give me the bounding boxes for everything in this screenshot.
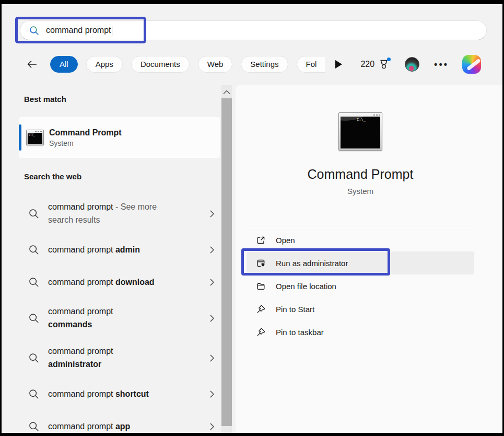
- best-match-heading: Best match: [19, 95, 66, 104]
- web-suggestion-row[interactable]: command prompt shortcut: [19, 378, 220, 410]
- folder-icon: [256, 281, 266, 291]
- rewards-points: 220: [360, 60, 374, 69]
- search-suggestion-icon: [28, 208, 40, 220]
- action-label: Pin to taskbar: [276, 328, 324, 337]
- filter-pill-settings[interactable]: Settings: [241, 56, 288, 73]
- filter-pill-all[interactable]: All: [50, 56, 78, 73]
- search-icon: [29, 25, 40, 36]
- filter-pill-apps[interactable]: Apps: [86, 56, 123, 73]
- divider: [247, 225, 474, 225]
- search-input[interactable]: command prompt: [20, 20, 487, 40]
- filter-bar: AllAppsDocumentsWebSettingsFol 220 •••: [0, 53, 504, 76]
- chevron-right-icon[interactable]: [207, 314, 217, 323]
- copilot-icon[interactable]: [462, 55, 481, 74]
- app-hero: C:\_ Command Prompt System: [236, 85, 485, 196]
- suggestion-text: command prompt - See moresearch results: [48, 201, 193, 227]
- chevron-right-icon[interactable]: [207, 278, 217, 287]
- search-suggestion-icon: [28, 244, 40, 256]
- action-open[interactable]: Open: [247, 228, 474, 251]
- pin-icon: [256, 327, 266, 337]
- web-suggestion-row[interactable]: command prompt download: [19, 266, 220, 299]
- suggestion-text: command prompt admin: [48, 244, 193, 257]
- action-label: Open file location: [276, 282, 336, 291]
- web-suggestion-row[interactable]: command prompt admin: [19, 234, 220, 266]
- context-actions-list: OpenRun as administratorOpen file locati…: [247, 228, 474, 343]
- text-caret: [112, 26, 113, 36]
- open-external-icon: [256, 235, 266, 245]
- search-web-heading: Search the web: [19, 172, 81, 181]
- action-label: Run as administrator: [276, 259, 348, 268]
- chevron-right-icon[interactable]: [207, 209, 217, 219]
- filter-pill-label: Fol: [297, 56, 325, 73]
- search-suggestion-icon: [28, 421, 40, 432]
- back-arrow-icon[interactable]: [25, 58, 40, 71]
- action-label: Open: [276, 236, 295, 245]
- run-as-admin-shield-icon: [256, 258, 266, 268]
- web-suggestion-row[interactable]: command prompt app: [19, 410, 220, 436]
- search-results-panel: Best match C:\_ Command Prompt System Se…: [19, 85, 220, 436]
- best-match-text: Command Prompt System: [49, 128, 122, 147]
- pin-icon: [256, 304, 266, 314]
- suggestion-text: command prompt app: [48, 420, 193, 433]
- chevron-right-icon[interactable]: [207, 353, 217, 363]
- search-suggestion-icon: [28, 388, 40, 400]
- top-right-cluster: 220 •••: [360, 55, 481, 74]
- filter-pills: AllAppsDocumentsWebSettingsFol: [50, 56, 325, 73]
- action-open-file-location[interactable]: Open file location: [247, 274, 474, 297]
- best-match-title: Command Prompt: [49, 128, 122, 137]
- filter-pill-web[interactable]: Web: [198, 56, 233, 73]
- web-suggestion-row[interactable]: command promptcommands: [19, 299, 220, 338]
- action-run-as-administrator[interactable]: Run as administrator: [247, 251, 474, 274]
- command-prompt-icon: C:\_: [26, 130, 44, 145]
- preview-panel: C:\_ Command Prompt System OpenRun as ad…: [236, 85, 502, 433]
- chevron-right-icon[interactable]: [207, 389, 217, 399]
- app-title: Command Prompt: [236, 167, 485, 182]
- search-suggestion-icon: [28, 352, 40, 364]
- best-match-subtitle: System: [49, 139, 122, 147]
- suggestion-text: command prompt download: [48, 276, 193, 289]
- command-prompt-icon-large: C:\_: [338, 112, 382, 151]
- action-pin-to-taskbar[interactable]: Pin to taskbar: [247, 320, 474, 343]
- more-filters-icon[interactable]: [335, 60, 342, 68]
- filter-pill-fol[interactable]: Fol: [297, 56, 325, 73]
- suggestion-text: command promptadministrator: [48, 345, 193, 371]
- search-suggestion-icon: [28, 313, 40, 324]
- suggestion-text: command promptcommands: [48, 305, 193, 331]
- chevron-right-icon[interactable]: [207, 245, 217, 255]
- web-suggestion-row[interactable]: command promptadministrator: [19, 338, 220, 378]
- search-suggestion-icon: [28, 277, 40, 288]
- search-query-text: command prompt: [46, 26, 111, 35]
- scrollbar-up-icon[interactable]: [221, 85, 232, 98]
- action-pin-to-start[interactable]: Pin to Start: [247, 297, 474, 320]
- rewards-trophy-icon: [378, 58, 390, 71]
- chevron-right-icon[interactable]: [207, 422, 217, 431]
- action-label: Pin to Start: [276, 305, 314, 314]
- user-avatar[interactable]: [405, 57, 419, 72]
- scrollbar[interactable]: [221, 85, 232, 433]
- suggestion-text: command prompt shortcut: [48, 388, 193, 401]
- selection-accent-bar: [19, 124, 21, 151]
- best-match-item[interactable]: C:\_ Command Prompt System: [19, 117, 220, 158]
- filter-pill-documents[interactable]: Documents: [131, 56, 190, 73]
- scrollbar-thumb[interactable]: [221, 98, 232, 426]
- web-suggestions-list: command prompt - See moresearch resultsc…: [19, 194, 220, 436]
- app-subtitle: System: [236, 187, 485, 196]
- rewards-button[interactable]: 220: [360, 58, 390, 71]
- web-suggestion-row[interactable]: command prompt - See moresearch results: [19, 194, 220, 234]
- more-options-button[interactable]: •••: [434, 59, 449, 70]
